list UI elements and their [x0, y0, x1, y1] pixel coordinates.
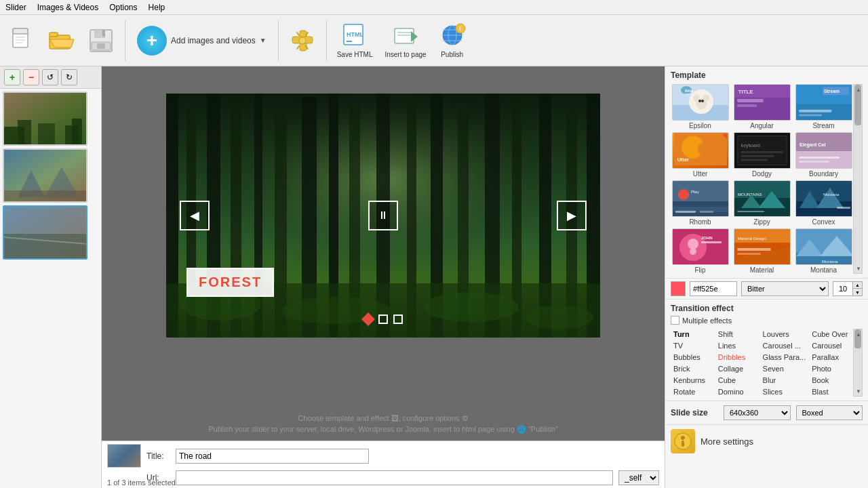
multiple-effects-checkbox[interactable] [671, 316, 679, 325]
thumbnail-3[interactable] [3, 205, 87, 260]
add-dropdown-arrow[interactable]: ▼ [260, 37, 267, 44]
template-dodgy[interactable]: keyboard Dodgy [732, 132, 791, 178]
save-html-button[interactable]: HTML Save HTML [332, 19, 378, 62]
scroll-up-arrow[interactable]: ▲ [854, 85, 863, 94]
color-swatch[interactable] [671, 281, 686, 296]
template-material[interactable]: Material Design Material [732, 228, 791, 274]
transition-rotate[interactable]: Rotate [671, 386, 715, 396]
trans-scroll-down[interactable]: ▼ [854, 386, 863, 396]
transition-kenburns[interactable]: Kenburns [671, 375, 715, 386]
slide-dot-2[interactable] [378, 314, 388, 324]
template-zippy[interactable]: MOUNTAINS Zippy [732, 180, 791, 226]
transition-glasspara[interactable]: Glass Para... [760, 352, 809, 363]
sep3 [326, 20, 327, 61]
slide-size-select[interactable]: 640x360 800x450 868x488 [724, 405, 791, 420]
thumbnail-2[interactable] [3, 148, 87, 203]
template-montana[interactable]: Montana Montana [794, 228, 853, 274]
transition-cubeover[interactable]: Cube Over [809, 329, 853, 340]
slide-box-select[interactable]: Boxed Full Width [796, 405, 863, 420]
template-convex-thumb: Montana [795, 180, 852, 217]
nav-prev-button[interactable]: ◀ [180, 201, 210, 230]
new-button[interactable] [4, 24, 41, 58]
more-settings-section[interactable]: More settings [665, 424, 868, 458]
style-select[interactable]: Bitter Sweet Sour [741, 281, 829, 296]
template-utter[interactable]: Utter Utter [671, 132, 730, 178]
number-arrows: ▲ ▼ [852, 282, 862, 296]
transition-cube[interactable]: Cube [715, 375, 760, 386]
transition-carousel2[interactable]: Carousel [809, 340, 853, 351]
title-label: Title: [146, 451, 170, 461]
transition-carousel1[interactable]: Carousel ... [760, 340, 809, 351]
transition-brick[interactable]: Brick [671, 363, 715, 374]
configure-button[interactable] [284, 24, 321, 58]
template-boundary[interactable]: Elegant Cat Boundary [794, 132, 853, 178]
transition-turn[interactable]: Turn [671, 329, 715, 340]
slide-title-row: Title: [107, 444, 659, 468]
number-down-button[interactable]: ▼ [852, 289, 862, 296]
number-up-button[interactable]: ▲ [852, 282, 862, 289]
color-input[interactable] [690, 281, 737, 296]
trans-scroll-up[interactable]: ▲ [854, 329, 863, 339]
menu-options[interactable]: Options [109, 3, 137, 12]
transition-parallax[interactable]: Parallax [809, 352, 853, 363]
zoom-controls: + − ↺ ↻ [0, 66, 101, 89]
svg-rect-81 [736, 104, 756, 107]
slide-dot-1[interactable] [361, 312, 375, 326]
transition-domino[interactable]: Domino [715, 386, 760, 396]
transition-seven[interactable]: Seven [760, 363, 809, 374]
insert-button[interactable]: Insert to page [380, 19, 431, 62]
menu-help[interactable]: Help [149, 3, 165, 12]
save-button[interactable] [83, 24, 119, 58]
template-zippy-thumb: MOUNTAINS [734, 180, 791, 217]
scroll-down-arrow[interactable]: ▼ [854, 264, 863, 273]
url-target-select[interactable]: _self _blank [618, 470, 659, 485]
thumbnail-1[interactable] [3, 92, 87, 146]
transition-blast[interactable]: Blast [809, 386, 853, 396]
template-dodgy-thumb: keyboard [734, 132, 791, 169]
transition-lines[interactable]: Lines [715, 340, 760, 351]
transition-grid: Turn Shift Louvers Cube Over TV Lines Ca… [671, 329, 853, 396]
transition-louvers[interactable]: Louvers [760, 329, 809, 340]
template-angular[interactable]: TITLE Angular [732, 84, 791, 129]
template-epsilon-label: Epsilon [689, 122, 711, 129]
sep1 [125, 20, 125, 61]
menu-images-videos[interactable]: Images & Videos [37, 3, 99, 12]
publish-button[interactable]: ! Publish [434, 19, 471, 62]
template-scrollbar[interactable]: ▲ ▼ [853, 84, 863, 274]
svg-text:Here: Here [685, 92, 691, 96]
transition-book[interactable]: Book [809, 375, 853, 386]
template-epsilon[interactable]: Write Here Epsilon [671, 84, 730, 129]
transition-dribbles[interactable]: Dribbles [715, 352, 760, 363]
template-utter-label: Utter [693, 170, 708, 178]
transition-shift[interactable]: Shift [715, 329, 760, 340]
transition-bubbles[interactable]: Bubbles [671, 352, 715, 363]
template-flip[interactable]: JOHN Flip [671, 228, 730, 274]
zoom-in-button[interactable]: + [4, 69, 20, 85]
nav-pause-button[interactable]: ⏸ [368, 201, 398, 230]
transition-tv[interactable]: TV [671, 340, 715, 351]
title-input[interactable] [176, 449, 369, 464]
open-button[interactable] [43, 24, 80, 58]
number-input[interactable] [833, 282, 852, 296]
template-utter-thumb: Utter [672, 132, 729, 169]
template-rhomb[interactable]: Play Rhomb [671, 180, 730, 226]
zoom-out-button[interactable]: − [23, 69, 39, 85]
transition-scrollbar[interactable]: ▲ ▼ [853, 329, 863, 396]
slide-url-row: Url: _self _blank [146, 470, 659, 485]
template-convex-label: Convex [812, 218, 835, 226]
undo-button[interactable]: ↺ [42, 69, 58, 85]
redo-button[interactable]: ↻ [61, 69, 77, 85]
slide-forest-text: FOREST [199, 274, 262, 289]
url-input[interactable] [176, 470, 613, 485]
transition-photo[interactable]: Photo [809, 363, 853, 374]
template-convex[interactable]: Montana Convex [794, 180, 853, 226]
save-html-label: Save HTML [337, 51, 373, 58]
slide-dot-3[interactable] [393, 314, 403, 324]
menu-slider[interactable]: Slider [5, 3, 26, 12]
transition-slices[interactable]: Slices [760, 386, 809, 396]
nav-next-button[interactable]: ▶ [557, 201, 587, 230]
transition-blur[interactable]: Blur [760, 375, 809, 386]
add-images-button[interactable]: + Add images and videos ▼ [131, 22, 273, 59]
transition-collage[interactable]: Collage [715, 363, 760, 374]
template-stream[interactable]: Stream Stream [794, 84, 853, 129]
